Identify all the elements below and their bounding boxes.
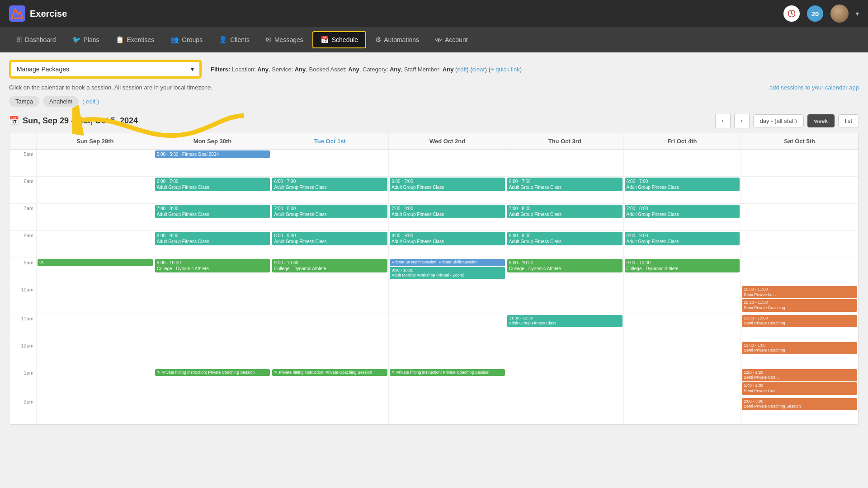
add-sessions-link[interactable]: add sessions to your calendar app xyxy=(769,84,859,91)
cell-mon-5am[interactable]: 5:00 - 5:30 · Fitness Goal 2024 xyxy=(154,150,272,177)
view-day-button[interactable]: day - (all staff) xyxy=(753,114,804,127)
cell-sun-9am[interactable]: St... xyxy=(37,258,154,285)
cell-tue-5am[interactable] xyxy=(271,150,389,177)
cell-wed-6am[interactable]: 6:00 - 7:00Adult Group Fitness Class xyxy=(389,177,506,204)
cell-tue-1pm[interactable]: ✎ Private hitting instruction; Private C… xyxy=(271,368,389,397)
event-fri-1130-fitness[interactable]: 11:30 - 12:30Adult Group Fitness Class xyxy=(507,315,623,327)
event-mon-9am-college[interactable]: 9:00 - 10:30College - Dynamic Athlete xyxy=(155,259,270,272)
cell-fri-6am[interactable]: 6:00 - 7:00Adult Group Fitness Class xyxy=(624,177,741,204)
cell-sat-7am[interactable] xyxy=(741,204,859,231)
cell-fri-9am[interactable]: 9:00 - 10:30College - Dynamic Athlete xyxy=(624,258,741,285)
event-sat-11am-semi1[interactable]: 11:00 - 12:00Semi Private Coaching xyxy=(742,315,857,327)
cell-wed-8am[interactable]: 8:00 - 9:00Adult Group Fitness Class xyxy=(389,231,506,258)
user-avatar[interactable] xyxy=(830,5,849,23)
cell-sat-2pm[interactable]: 2:00 - 3:00Semi Private Coaching Session xyxy=(741,397,859,424)
cell-wed-12pm[interactable] xyxy=(389,341,506,368)
event-mon-1pm-private[interactable]: ✎ Private hitting instruction; Private C… xyxy=(155,369,270,376)
event-fri-7am-fitness[interactable]: 7:00 - 8:00Adult Group Fitness Class xyxy=(625,205,740,218)
location-tag-anaheim[interactable]: Anaheim xyxy=(43,96,79,107)
cell-tue-12pm[interactable] xyxy=(271,341,389,368)
cell-wed-10am[interactable] xyxy=(389,285,506,314)
event-wed-930-mobility[interactable]: 9:30 - 10:30Adult Mobility Workshop (Vir… xyxy=(390,267,505,279)
manage-packages-select[interactable]: Manage Packages ▾ xyxy=(10,61,200,77)
locations-edit-link[interactable]: ( edit ) xyxy=(82,98,99,105)
cell-thu-5am[interactable] xyxy=(506,150,624,177)
cell-sun-2pm[interactable] xyxy=(37,397,154,424)
event-thu-9am-college[interactable]: 9:00 - 10:30College - Dynamic Athlete xyxy=(507,259,623,272)
nav-item-schedule[interactable]: 📅 Schedule xyxy=(312,31,366,48)
cell-sun-5am[interactable] xyxy=(37,150,154,177)
cell-thu-8am[interactable]: 8:00 - 9:00Adult Group Fitness Class xyxy=(506,231,624,258)
cell-sun-7am[interactable] xyxy=(37,204,154,231)
event-sat-1pm-semi2[interactable]: 1:40 - 2:00Semi Private Coa... xyxy=(742,382,857,394)
cell-sat-11am[interactable]: 11:00 - 12:00Semi Private Coaching xyxy=(741,314,859,341)
cell-sat-8am[interactable] xyxy=(741,231,859,258)
event-mon-fitness-goal[interactable]: 5:00 - 5:30 · Fitness Goal 2024 xyxy=(155,150,270,158)
nav-item-dashboard[interactable]: ⊞ Dashboard xyxy=(9,32,63,47)
cell-wed-1pm[interactable]: ✎ Private hitting instruction; Private C… xyxy=(389,368,506,397)
cell-thu-7am[interactable]: 7:00 - 8:00Adult Group Fitness Class xyxy=(506,204,624,231)
view-week-button[interactable]: week xyxy=(807,114,835,127)
event-mon-7am-fitness[interactable]: 7:00 - 8:00Adult Group Fitness Class xyxy=(155,205,270,218)
cell-mon-1pm[interactable]: ✎ Private hitting instruction; Private C… xyxy=(154,368,272,397)
cell-fri-7am[interactable]: 7:00 - 8:00Adult Group Fitness Class xyxy=(624,204,741,231)
event-sat-2pm-semi[interactable]: 2:00 - 3:00Semi Private Coaching Session xyxy=(742,398,857,410)
event-wed-7am-fitness[interactable]: 7:00 - 8:00Adult Group Fitness Class xyxy=(390,205,505,218)
cell-fri-2pm[interactable] xyxy=(624,397,741,424)
cell-sun-6am[interactable] xyxy=(37,177,154,204)
cell-wed-9am[interactable]: Private Strength Session; Private Skills… xyxy=(389,258,506,285)
event-wed-9am-private[interactable]: Private Strength Session; Private Skills… xyxy=(390,259,505,266)
cell-thu-6am[interactable]: 6:00 - 7:00Adult Group Fitness Class xyxy=(506,177,624,204)
view-list-button[interactable]: list xyxy=(838,114,859,127)
prev-week-button[interactable]: ‹ xyxy=(715,113,731,128)
cell-mon-10am[interactable] xyxy=(154,285,272,314)
cell-sun-11am[interactable] xyxy=(37,314,154,341)
cell-tue-8am[interactable]: 8:00 - 9:00Adult Group Fitness Class xyxy=(271,231,389,258)
cell-sat-6am[interactable] xyxy=(741,177,859,204)
cell-tue-6am[interactable]: 6:00 - 7:00Adult Group Fitness Class xyxy=(271,177,389,204)
nav-item-account[interactable]: 👁 Account xyxy=(428,33,475,47)
cell-tue-10am[interactable] xyxy=(271,285,389,314)
cell-wed-7am[interactable]: 7:00 - 8:00Adult Group Fitness Class xyxy=(389,204,506,231)
cell-fri-8am[interactable]: 8:00 - 9:00Adult Group Fitness Class xyxy=(624,231,741,258)
location-tag-tampa[interactable]: Tampa xyxy=(9,96,39,107)
nav-item-plans[interactable]: 🐦 Plans xyxy=(65,32,107,47)
cell-sun-10am[interactable] xyxy=(37,285,154,314)
next-week-button[interactable]: › xyxy=(734,113,750,128)
cell-tue-11am[interactable] xyxy=(271,314,389,341)
cell-sat-5am[interactable] xyxy=(741,150,859,177)
cell-tue-7am[interactable]: 7:00 - 8:00Adult Group Fitness Class xyxy=(271,204,389,231)
cell-thu-11am[interactable]: 11:30 - 12:30Adult Group Fitness Class xyxy=(506,314,624,341)
cell-sat-9am[interactable] xyxy=(741,258,859,285)
cell-tue-2pm[interactable] xyxy=(271,397,389,424)
clock-button[interactable] xyxy=(783,5,800,22)
nav-item-exercises[interactable]: 📋 Exercises xyxy=(108,32,162,47)
event-sat-10am-semi[interactable]: 10:00 - 11:00Semi Private Lo... xyxy=(742,286,857,298)
cell-sun-12pm[interactable] xyxy=(37,341,154,368)
cell-tue-9am[interactable]: 9:00 - 10:30College - Dynamic Athlete xyxy=(271,258,389,285)
cell-thu-2pm[interactable] xyxy=(506,397,624,424)
cell-wed-11am[interactable] xyxy=(389,314,506,341)
cell-fri-5am[interactable] xyxy=(624,150,741,177)
user-menu-chevron[interactable]: ▾ xyxy=(856,10,859,17)
cell-mon-8am[interactable]: 8:00 - 9:00Adult Group Fitness Class xyxy=(154,231,272,258)
event-tue-6am-fitness[interactable]: 6:00 - 7:00Adult Group Fitness Class xyxy=(272,178,387,191)
event-sun-9am[interactable]: St... xyxy=(38,259,153,266)
cell-sun-8am[interactable] xyxy=(37,231,154,258)
event-sat-12pm-semi[interactable]: 12:00 - 1:00Semi Private Coaching xyxy=(742,342,857,354)
cell-mon-7am[interactable]: 7:00 - 8:00Adult Group Fitness Class xyxy=(154,204,272,231)
event-sat-1020-semi[interactable]: 10:20 - 11:50Semi Private Coaching xyxy=(742,299,857,311)
cell-wed-5am[interactable] xyxy=(389,150,506,177)
cell-sat-1pm[interactable]: 1:20 - 2:20Semi Private Coa... 1:40 - 2:… xyxy=(741,368,859,397)
quick-link[interactable]: + quick link xyxy=(491,66,520,73)
event-fri-6am-fitness[interactable]: 6:00 - 7:00Adult Group Fitness Class xyxy=(625,178,740,191)
cell-mon-11am[interactable] xyxy=(154,314,272,341)
nav-item-groups[interactable]: 👥 Groups xyxy=(163,32,210,47)
cell-mon-6am[interactable]: 6:00 - 7:00Adult Group Fitness Class xyxy=(154,177,272,204)
event-wed-6am-fitness[interactable]: 6:00 - 7:00Adult Group Fitness Class xyxy=(390,178,505,191)
edit-filter-link[interactable]: edit xyxy=(457,66,467,73)
cell-fri-10am[interactable] xyxy=(624,285,741,314)
nav-item-clients[interactable]: 👤 Clients xyxy=(212,32,257,47)
cell-wed-2pm[interactable] xyxy=(389,397,506,424)
nav-item-automations[interactable]: ⚙ Automations xyxy=(368,32,426,47)
